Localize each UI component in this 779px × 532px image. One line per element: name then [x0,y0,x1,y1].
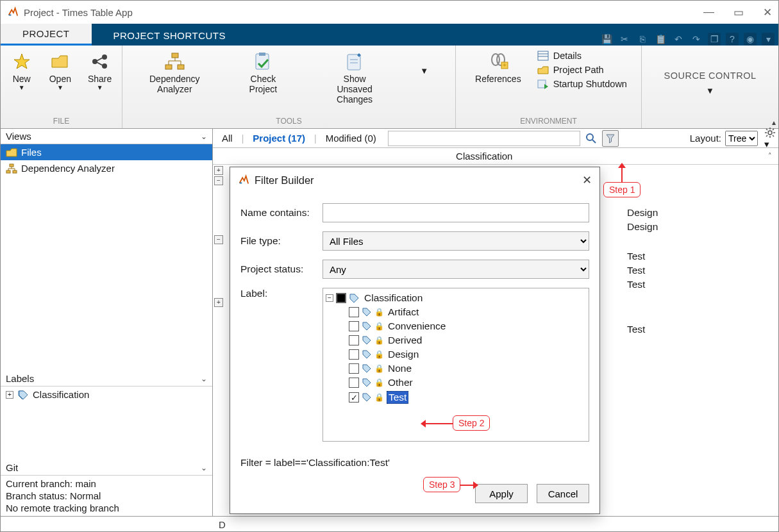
project-path-button[interactable]: Project Path [537,63,627,76]
class-value: Test [627,279,778,290]
svg-rect-25 [13,170,17,173]
filter-bar: All| Project (17)| Modified (0) Layout: … [213,129,778,148]
classification-column: Design Design Test Test Test Test [627,165,778,335]
window-controls: — ▭ ✕ [703,6,772,19]
ribbon-group-file: New▼ Open▼ Share▼ FILE [1,46,122,128]
labels-classification[interactable]: + Classification [1,387,212,403]
gear-icon[interactable]: ▾ [764,127,776,150]
show-unsaved-button[interactable]: Show Unsaved Changes [321,48,388,104]
checkbox[interactable]: ✓ [349,392,359,403]
layout-select[interactable]: Tree [725,131,758,146]
column-headers: Classification˄ [213,148,778,165]
root-checkbox[interactable] [336,293,346,303]
tree-root-classification[interactable]: − Classification [326,291,586,305]
expand-node[interactable]: + [214,298,223,307]
tree-item-test[interactable]: ✓🔒Test [326,390,586,405]
svg-text:+: + [503,62,507,69]
check-project-icon [252,51,274,72]
funnel-filter-icon[interactable] [602,130,619,147]
more-icon[interactable]: ◉ [744,33,757,46]
collapse-icon[interactable]: − [326,294,333,302]
lock-icon: 🔒 [374,378,384,387]
copy-icon[interactable]: ⎘ [636,33,649,46]
undo-icon[interactable]: ↶ [672,33,685,46]
filter-modified[interactable]: Modified (0) [319,131,383,145]
startup-shutdown-button[interactable]: Startup Shutdown [537,78,627,90]
checkbox[interactable] [349,335,359,345]
expand-node[interactable]: + [214,166,223,175]
checkbox[interactable] [349,307,359,317]
dialog-close-button[interactable]: ✕ [582,173,592,187]
ribbon-group-environment: + References Details Project Path Startu… [456,46,642,128]
references-button[interactable]: + References [470,48,526,84]
chevron-down-icon: ⌄ [201,374,207,383]
svg-rect-24 [6,170,10,173]
maximize-button[interactable]: ▭ [733,6,744,19]
filter-all[interactable]: All [215,131,239,145]
new-button[interactable]: New▼ [6,48,38,91]
svg-point-3 [102,63,107,69]
matlab-logo-icon [238,174,249,186]
cancel-button[interactable]: Cancel [537,484,589,503]
check-project-button[interactable]: Check Project [232,48,294,94]
redo-icon[interactable]: ↷ [690,33,703,46]
callout-step2: Step 2 [453,415,490,431]
git-header[interactable]: Git⌄ [1,460,212,476]
sidebar-item-dependency[interactable]: Dependency Analyzer [1,160,212,176]
svg-rect-6 [172,53,178,58]
project-status-select[interactable]: Any [322,260,589,279]
svg-line-5 [97,62,103,65]
classification-column-header[interactable]: Classification [456,151,512,162]
checkbox[interactable] [349,321,359,331]
chevron-up-icon[interactable]: ˄ [768,152,778,160]
minimize-button[interactable]: — [703,6,714,19]
details-button[interactable]: Details [537,49,627,62]
apply-button[interactable]: Apply [475,484,528,503]
tools-dropdown[interactable]: ▼ [415,48,433,76]
views-header[interactable]: Views⌄ [1,129,212,144]
file-type-select[interactable]: All Files [322,231,589,251]
search-input[interactable] [388,131,580,146]
search-icon[interactable] [583,130,599,147]
open-button[interactable]: Open▼ [44,48,76,91]
svg-line-35 [766,135,767,137]
open-folder-icon [49,51,71,72]
tree-item-none[interactable]: 🔒None [326,362,586,376]
new-icon [11,51,33,72]
tree-item-derived[interactable]: 🔒Derived [326,333,586,347]
checkbox[interactable] [349,378,359,388]
collapse-node[interactable]: − [214,235,223,244]
tree-item-artifact[interactable]: 🔒Artifact [326,305,586,319]
dialog-title: Filter Builder [255,174,314,187]
cut-icon[interactable]: ✂ [618,33,631,46]
tree-expand-column: + − − + [213,165,223,308]
sidebar-item-files[interactable]: Files [1,144,212,160]
help-icon[interactable]: ? [726,33,739,46]
expand-icon[interactable]: + [6,391,13,399]
dialog-titlebar: Filter Builder ✕ [230,167,599,193]
tree-item-convenience[interactable]: 🔒Convenience [326,319,586,333]
tag-icon [362,378,372,388]
tree-item-other[interactable]: 🔒Other [326,376,586,390]
checkbox[interactable] [349,363,359,374]
labels-header[interactable]: Labels⌄ [1,371,212,387]
ribbon-collapse-icon[interactable]: ▴ [772,118,776,127]
close-button[interactable]: ✕ [763,6,772,19]
tree-item-design[interactable]: 🔒Design [326,347,586,362]
paste-icon[interactable]: 📋 [654,33,667,46]
checkbox[interactable] [349,349,359,360]
tab-project[interactable]: PROJECT [1,24,92,46]
collapse-node[interactable]: − [214,176,223,185]
save-icon[interactable]: 💾 [600,33,613,46]
share-button[interactable]: Share▼ [83,48,117,91]
sidebar: Views⌄ Files Dependency Analyzer Labels⌄… [1,129,213,516]
tab-shortcuts[interactable]: PROJECT SHORTCUTS [92,26,247,46]
filter-project[interactable]: Project (17) [246,131,312,145]
dependency-analyzer-button[interactable]: Dependency Analyzer [144,48,205,94]
menu-dropdown-icon[interactable]: ▾ [762,33,775,46]
project-status-label: Project status: [240,263,322,275]
source-control-button[interactable]: SOURCE CONTROL ▼ [659,68,762,96]
tag-icon [362,392,372,403]
name-contains-input[interactable] [322,203,589,222]
layout-icon[interactable]: ❐ [708,33,721,46]
